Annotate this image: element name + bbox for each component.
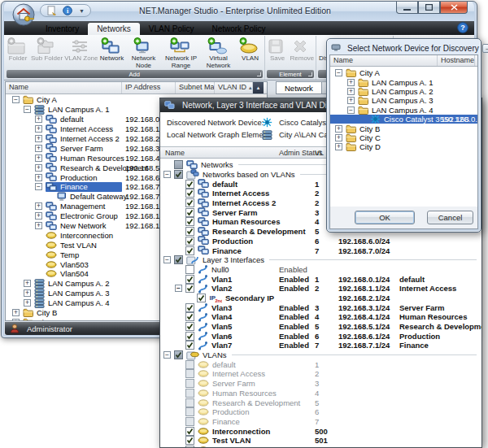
checkbox-on[interactable] [185, 312, 194, 321]
discovery-row-server-farm[interactable]: Server Farm3 [160, 379, 481, 389]
expand-icon[interactable]: + [347, 79, 355, 86]
expand-icon[interactable]: + [335, 125, 342, 133]
checkbox-off-gray[interactable] [185, 369, 194, 378]
expand-icon[interactable]: + [12, 309, 20, 316]
collapse-icon[interactable]: − [163, 256, 171, 263]
expand-icon[interactable]: + [35, 135, 42, 142]
discovery-row-internet-access[interactable]: Internet Access2 [160, 369, 481, 379]
dialog-row-cisco-catalyst-3550-12g[interactable]: Cisco Catalyst 3550 12G192.168.0.1 [330, 115, 477, 124]
checkbox-off-gray[interactable] [185, 379, 194, 388]
expand-icon[interactable]: + [35, 202, 42, 210]
network-node-button[interactable]: Network Node [125, 36, 163, 70]
close-button[interactable] [440, 2, 468, 14]
network-button[interactable]: Network [99, 36, 125, 63]
cancel-button[interactable]: Cancel [427, 211, 473, 224]
expand-icon[interactable]: + [347, 97, 355, 104]
checkbox-on[interactable] [185, 427, 194, 436]
discovery-row-finance[interactable]: Finance7192.168.7.0/24 [160, 246, 481, 255]
checkbox-on[interactable] [185, 275, 194, 284]
checkbox-on[interactable] [185, 341, 194, 350]
checkbox-off-gray[interactable] [185, 389, 194, 398]
collapse-icon[interactable]: − [347, 107, 355, 114]
maximize-button[interactable] [418, 2, 440, 14]
checkbox-on[interactable] [185, 246, 194, 255]
checkbox-on[interactable] [185, 332, 194, 341]
checkbox-on[interactable] [185, 208, 194, 217]
discovery-row-vlan3[interactable]: Vlan3Enabled3192.168.3.1/24Server Farm [160, 302, 481, 312]
dialog-row-lan-campus-a-1[interactable]: +LAN Campus A. 1 [330, 77, 477, 86]
checkbox-on[interactable] [185, 322, 194, 331]
dialog-row-city-d[interactable]: +City D [330, 142, 477, 151]
discovery-row-vlan1[interactable]: Vlan1Enabled1192.168.0.1/24default [160, 274, 481, 284]
discovery-column-name[interactable]: Name [165, 149, 185, 157]
new-document-icon[interactable] [46, 6, 56, 15]
ribbon-tab-inventory[interactable]: Inventory [37, 23, 88, 35]
ribbon-tab-networks[interactable]: Networks [88, 23, 140, 35]
discovery-row-finance[interactable]: Finance7 [160, 417, 481, 427]
checkbox-mixed[interactable] [174, 170, 183, 179]
collapse-icon[interactable]: − [24, 106, 31, 113]
dialog-row-city-a[interactable]: −City A [330, 68, 477, 77]
collapse-icon[interactable]: − [163, 351, 171, 359]
discovery-row-layer-3-interfaces[interactable]: −Layer 3 Interfaces [160, 255, 481, 265]
app-logo-icon[interactable] [12, 3, 35, 29]
collapse-icon[interactable]: − [35, 183, 42, 190]
dialog-launcher-icon[interactable] [308, 72, 312, 76]
virtual-network-button[interactable]: Virtual Network [200, 36, 237, 70]
collapse-icon[interactable]: − [175, 285, 182, 292]
checkbox-off-gray[interactable] [185, 398, 194, 407]
expand-icon[interactable]: + [24, 289, 31, 297]
discovery-row-interconnection[interactable]: Interconnection500 [160, 426, 481, 436]
vlan-button[interactable]: VLAN [237, 36, 264, 63]
dialog-row-lan-campus-a-2[interactable]: +LAN Campus A. 2 [330, 87, 477, 96]
checkbox-on[interactable] [185, 180, 194, 189]
discovery-row-secondary-ip[interactable]: IP2ndSecondary IP192.168.2.1/24 [160, 294, 481, 303]
network-ip-range-button[interactable]: Network IP Range [163, 36, 200, 70]
expand-icon[interactable]: + [35, 212, 42, 220]
discovery-row-temp[interactable]: Temp502 [160, 446, 481, 447]
checkbox-on[interactable] [185, 217, 194, 226]
discovery-row-production[interactable]: Production6192.168.6.0/24 [160, 237, 481, 246]
expand-icon[interactable]: + [35, 164, 42, 172]
dialog-row-city-b[interactable]: +City B [330, 124, 477, 133]
checkbox-on[interactable] [185, 198, 194, 207]
dialog-row-city-c[interactable]: +City C [330, 133, 477, 142]
ok-button[interactable]: OK [355, 211, 415, 224]
checkbox-on[interactable] [185, 189, 194, 198]
column-header-subnet-mask[interactable]: Subnet Mask [176, 82, 215, 94]
collapse-icon[interactable]: − [335, 69, 342, 76]
checkbox-on[interactable] [185, 284, 194, 293]
expand-icon[interactable]: + [35, 154, 42, 162]
checkbox-on[interactable] [197, 294, 206, 302]
expand-icon[interactable]: + [35, 222, 42, 229]
expand-icon[interactable]: + [347, 88, 355, 95]
checkbox-on[interactable] [185, 436, 194, 445]
expand-icon[interactable]: + [24, 299, 31, 307]
discovery-row-vlan6[interactable]: Vlan6Enabled6192.168.6.1/24Production [160, 331, 481, 341]
checkbox-off-gray[interactable] [185, 360, 194, 369]
checkbox-on[interactable] [185, 303, 194, 312]
discovery-row-test-vlan[interactable]: Test VLAN501 [160, 436, 481, 446]
expand-icon[interactable]: + [335, 134, 342, 141]
expand-icon[interactable]: + [335, 143, 342, 150]
expand-icon[interactable]: + [24, 280, 31, 287]
checkbox-filled[interactable] [174, 160, 183, 169]
column-header-ip-address[interactable]: IP Address [122, 82, 176, 94]
dialog-row-lan-campus-a-3[interactable]: +LAN Campus A. 3 [330, 96, 477, 105]
dialog-row-lan-campus-a-4[interactable]: −LAN Campus A. 4 [330, 106, 477, 115]
dialog-column-hostname[interactable]: Hostname [438, 55, 475, 66]
help-icon[interactable]: ? [457, 22, 468, 33]
checkbox-off-gray[interactable] [185, 417, 194, 426]
info-icon[interactable]: i [63, 6, 72, 15]
discovery-row-default[interactable]: default1 [160, 359, 481, 369]
column-header-name[interactable]: Name [6, 82, 122, 94]
expand-icon[interactable]: + [35, 174, 42, 181]
discovery-row-human-resources[interactable]: Human Resources4 [160, 389, 481, 398]
checkbox-mixed[interactable] [174, 350, 183, 359]
discovery-row-vlan2[interactable]: −Vlan2Enabled2192.168.1.1/24Internet Acc… [160, 284, 481, 294]
discovery-row-vlan4[interactable]: Vlan4Enabled4192.168.4.1/24Human Resourc… [160, 312, 481, 322]
checkbox-off[interactable] [185, 265, 194, 274]
checkbox-mixed[interactable] [174, 255, 183, 264]
discovery-row-vlan7[interactable]: Vlan7Enabled7192.168.7.1/24Finance [160, 341, 481, 350]
ribbon-tab-network-policy[interactable]: Network Policy [203, 23, 274, 35]
